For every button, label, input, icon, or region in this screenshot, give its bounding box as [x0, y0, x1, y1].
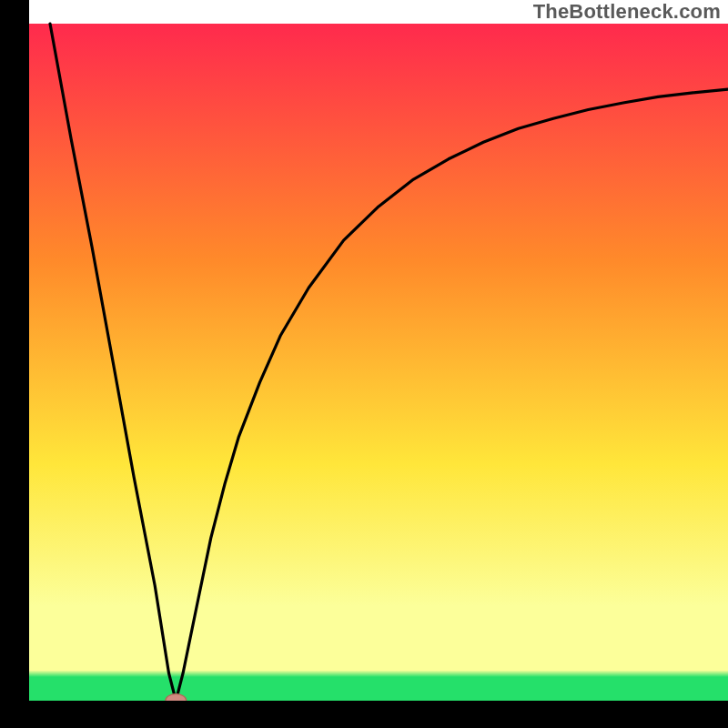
x-axis [0, 701, 728, 728]
gradient-background [29, 24, 728, 701]
y-axis [0, 0, 29, 728]
bottleneck-chart [0, 0, 728, 728]
chart-frame: TheBottleneck.com [0, 0, 728, 728]
